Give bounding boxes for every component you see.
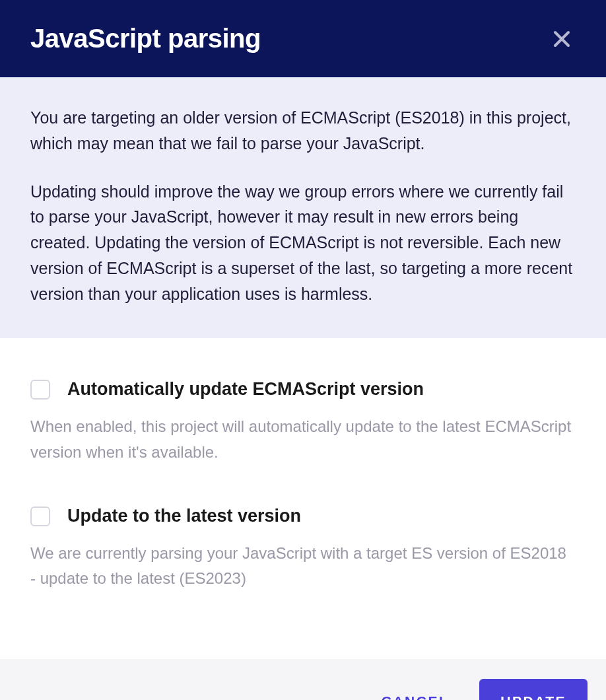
update-button[interactable]: UPDATE xyxy=(479,679,588,700)
intro-paragraph-1: You are targeting an older version of EC… xyxy=(30,105,576,157)
option-update-latest: Update to the latest version We are curr… xyxy=(30,506,576,592)
update-latest-checkbox[interactable] xyxy=(30,507,50,526)
option-auto-update: Automatically update ECMAScript version … xyxy=(30,379,576,465)
dialog-javascript-parsing: JavaScript parsing You are targeting an … xyxy=(0,0,606,700)
dialog-title: JavaScript parsing xyxy=(30,24,261,53)
option-row: Automatically update ECMAScript version xyxy=(30,379,576,400)
dialog-footer: CANCEL UPDATE xyxy=(0,659,606,700)
close-icon xyxy=(552,29,572,49)
dialog-header: JavaScript parsing xyxy=(0,0,606,77)
update-latest-label: Update to the latest version xyxy=(67,506,301,526)
update-latest-description: We are currently parsing your JavaScript… xyxy=(30,541,576,592)
close-button[interactable] xyxy=(548,25,576,53)
options-section: Automatically update ECMAScript version … xyxy=(0,338,606,659)
dialog-intro: You are targeting an older version of EC… xyxy=(0,77,606,338)
auto-update-description: When enabled, this project will automati… xyxy=(30,414,576,465)
option-row: Update to the latest version xyxy=(30,506,576,526)
auto-update-label: Automatically update ECMAScript version xyxy=(67,379,424,400)
auto-update-checkbox[interactable] xyxy=(30,380,50,400)
cancel-button[interactable]: CANCEL xyxy=(378,687,454,700)
intro-paragraph-2: Updating should improve the way we group… xyxy=(30,179,576,307)
